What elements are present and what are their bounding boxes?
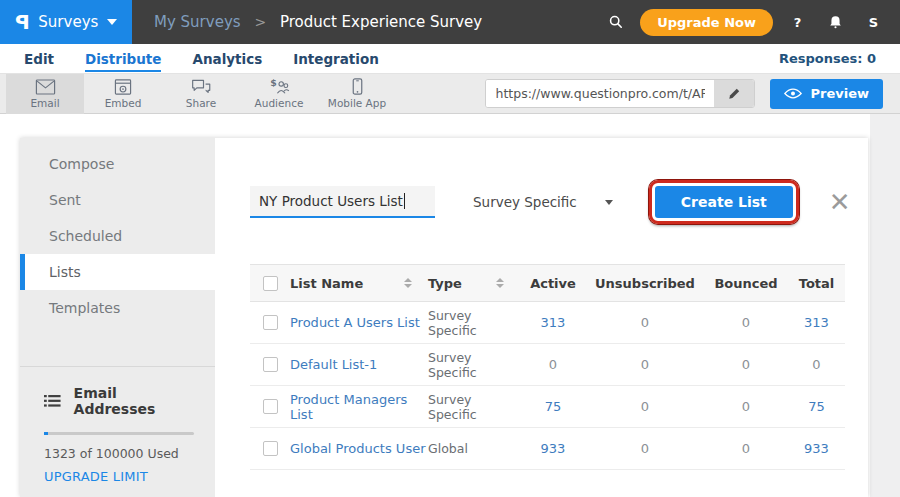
survey-url-input[interactable]	[486, 80, 714, 107]
create-list-button[interactable]: Create List	[655, 186, 793, 218]
active-count[interactable]: 933	[520, 441, 586, 456]
sidebar-item-lists[interactable]: Lists	[20, 254, 215, 290]
pencil-icon	[728, 87, 741, 100]
page-gutter	[870, 114, 900, 497]
unsubscribed-count[interactable]: 0	[586, 441, 704, 456]
sort-list-name-icon[interactable]	[404, 278, 412, 288]
tool-mobile-app-label: Mobile App	[328, 97, 386, 109]
sort-type-icon[interactable]	[496, 278, 504, 288]
upgrade-now-button[interactable]: Upgrade Now	[640, 9, 773, 36]
list-type-select[interactable]: Survey Specific	[473, 194, 613, 210]
email-usage-text: 1323 of 100000 Used	[44, 446, 193, 461]
tool-share[interactable]: Share	[162, 74, 240, 114]
list-lines-icon	[44, 394, 61, 408]
total-count[interactable]: 933	[788, 441, 845, 456]
tab-distribute[interactable]: Distribute	[85, 46, 162, 72]
bounced-count[interactable]: 0	[704, 399, 788, 414]
tab-integration[interactable]: Integration	[293, 46, 379, 72]
text-cursor	[404, 193, 405, 209]
list-name-link[interactable]: Default List-1	[290, 357, 377, 372]
account-avatar[interactable]: S	[860, 9, 887, 36]
sidebar-item-compose[interactable]: Compose	[20, 146, 215, 182]
annotation-highlight-ring: Create List	[649, 180, 799, 224]
bounced-count[interactable]: 0	[704, 357, 788, 372]
email-icon	[35, 79, 56, 95]
breadcrumb: My Surveys > Product Experience Survey	[154, 13, 482, 31]
header-total: Total	[788, 276, 845, 291]
list-type: Survey Specific	[428, 350, 520, 380]
survey-tab-bar: Edit Distribute Analytics Integration Re…	[0, 44, 900, 74]
header-list-name: List Name	[290, 276, 363, 291]
distribute-toolbar: Email Embed Share $ Audience Mobile App …	[0, 74, 900, 114]
edit-url-button[interactable]	[714, 80, 754, 107]
table-header-row: List Name Type Active Unsubscribed Bounc…	[250, 264, 845, 302]
responses-count[interactable]: Responses: 0	[779, 51, 876, 66]
active-count[interactable]: 75	[520, 399, 586, 414]
table-row: Default List-1 Survey Specific 0 0 0 0	[250, 344, 845, 386]
list-name-value: NY Product Users List	[259, 193, 403, 209]
tool-email[interactable]: Email	[6, 74, 84, 114]
total-count[interactable]: 0	[788, 357, 845, 372]
active-count[interactable]: 313	[520, 315, 586, 330]
email-lists-panel: Compose Sent Scheduled Lists Templates E…	[20, 138, 868, 497]
bounced-count[interactable]: 0	[704, 315, 788, 330]
lists-main: NY Product Users List Survey Specific Cr…	[215, 138, 868, 497]
list-name-input[interactable]: NY Product Users List	[250, 186, 435, 218]
unsubscribed-count[interactable]: 0	[586, 315, 704, 330]
preview-button-label: Preview	[810, 86, 869, 101]
audience-icon: $	[269, 78, 290, 95]
page-content: Compose Sent Scheduled Lists Templates E…	[0, 114, 900, 497]
preview-button[interactable]: Preview	[770, 79, 883, 109]
select-all-checkbox[interactable]	[263, 276, 278, 291]
tool-audience[interactable]: $ Audience	[240, 74, 318, 114]
header-bounced: Bounced	[704, 276, 788, 291]
close-icon[interactable]: ✕	[829, 189, 851, 215]
table-row: Product A Users List Survey Specific 313…	[250, 302, 845, 344]
total-count[interactable]: 313	[788, 315, 845, 330]
avatar-letter: S	[869, 15, 878, 30]
list-name-link[interactable]: Product A Users List	[290, 315, 420, 330]
sidebar-item-templates[interactable]: Templates	[20, 290, 215, 326]
sidebar-item-scheduled[interactable]: Scheduled	[20, 218, 215, 254]
table-row: Product Managers List Survey Specific 75…	[250, 386, 845, 428]
embed-icon	[114, 79, 132, 95]
question-mark-icon: ?	[794, 15, 802, 30]
top-bar: P Surveys My Surveys > Product Experienc…	[0, 0, 900, 44]
topbar-actions: Upgrade Now ? S	[602, 9, 887, 36]
upgrade-limit-link[interactable]: UPGRADE LIMIT	[44, 469, 193, 484]
total-count[interactable]: 75	[788, 399, 845, 414]
surveys-product-menu[interactable]: P Surveys	[0, 0, 132, 44]
table-row: Global Products User Global 933 0 0 933	[250, 428, 845, 470]
tab-edit[interactable]: Edit	[24, 46, 54, 72]
notifications-button[interactable]	[822, 9, 849, 36]
tool-embed[interactable]: Embed	[84, 74, 162, 114]
header-unsubscribed: Unsubscribed	[586, 276, 704, 291]
tool-share-label: Share	[186, 97, 216, 109]
create-list-row: NY Product Users List Survey Specific Cr…	[250, 180, 868, 224]
bell-icon	[829, 15, 842, 29]
search-button[interactable]	[602, 9, 629, 36]
list-name-link[interactable]: Global Products User	[290, 441, 426, 456]
tab-analytics[interactable]: Analytics	[192, 46, 262, 72]
unsubscribed-count[interactable]: 0	[586, 357, 704, 372]
share-icon	[191, 79, 211, 95]
list-name-link[interactable]: Product Managers List	[290, 392, 428, 422]
email-addresses-header: Email Addresses	[44, 385, 193, 417]
sidebar-item-sent[interactable]: Sent	[20, 182, 215, 218]
breadcrumb-my-surveys[interactable]: My Surveys	[154, 13, 241, 31]
row-checkbox[interactable]	[263, 357, 278, 372]
help-button[interactable]: ?	[784, 9, 811, 36]
tool-email-label: Email	[30, 97, 59, 109]
tool-mobile-app[interactable]: Mobile App	[318, 74, 396, 114]
row-checkbox[interactable]	[263, 399, 278, 414]
row-checkbox[interactable]	[263, 441, 278, 456]
unsubscribed-count[interactable]: 0	[586, 399, 704, 414]
header-type: Type	[428, 276, 462, 291]
active-count[interactable]: 0	[520, 357, 586, 372]
row-checkbox[interactable]	[263, 315, 278, 330]
header-active: Active	[520, 276, 586, 291]
bounced-count[interactable]: 0	[704, 441, 788, 456]
search-icon	[609, 15, 623, 29]
email-sidebar: Compose Sent Scheduled Lists Templates E…	[20, 138, 215, 497]
breadcrumb-separator: >	[254, 14, 266, 30]
